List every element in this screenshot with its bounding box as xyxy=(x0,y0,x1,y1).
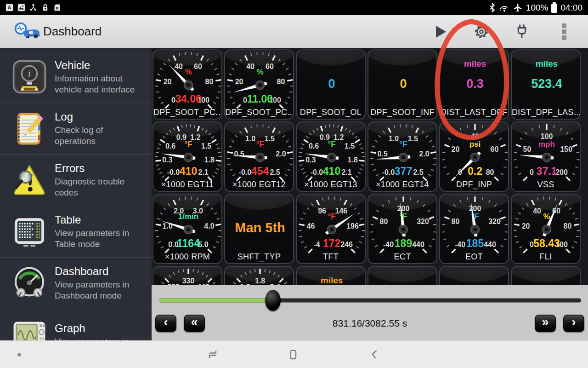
gauge-shft-typ-13[interactable]: Man 5thSHFT_TYP xyxy=(224,194,294,264)
svg-text:Man 5th: Man 5th xyxy=(235,220,285,235)
sidebar-item-vehicle[interactable]: iVehicleInformation about vehicle and in… xyxy=(0,51,152,103)
svg-text:0.3: 0.3 xyxy=(466,77,484,91)
gauge-title: VSS xyxy=(512,180,580,190)
app-bar: Dashboard xyxy=(0,15,588,48)
gauge-dist-last-dpf-4[interactable]: miles0.3DIST_LAST_DPF xyxy=(439,49,509,120)
gauge-dist-dpf-las-5[interactable]: miles523.4DIST_DPF_LAS... xyxy=(511,49,581,120)
svg-text:1.0: 1.0 xyxy=(389,135,399,143)
gauge-fli-17[interactable]: 020406080100%58.43FLI xyxy=(511,194,581,264)
sidebar-item-text: VehicleInformation about vehicle and int… xyxy=(55,59,146,95)
play-button[interactable] xyxy=(432,23,450,41)
slider-thumb[interactable] xyxy=(265,290,281,311)
gauge-1000-egt11-6[interactable]: -0.00.30.60.91.21.51.82.1°F410×1000 EGT1… xyxy=(153,121,222,192)
svg-text:4.0: 4.0 xyxy=(204,222,214,230)
overflow-menu-button[interactable] xyxy=(555,23,573,41)
fast-forward-button[interactable]: » xyxy=(535,315,556,332)
gauge-tft-14[interactable]: -44696146196246°F172TFT xyxy=(296,194,366,264)
svg-text:2.0: 2.0 xyxy=(419,150,429,158)
svg-text:1.0: 1.0 xyxy=(245,135,255,143)
gauge-dpf-soot-inf-3[interactable]: 0DPF_SOOT_INF xyxy=(368,49,437,120)
gauge-dpf-soot-pc-0[interactable]: 020406080100%34.00DPF_SOOT_PC... xyxy=(153,49,222,120)
svg-text:-40: -40 xyxy=(455,241,465,248)
nav-hide-dot[interactable] xyxy=(17,353,21,356)
log-icon xyxy=(12,111,47,146)
gauge-title: DPF_SOOT_INF xyxy=(368,108,436,117)
table-icon xyxy=(12,214,47,249)
sidebar-item-text: TableView parameters in Table mode xyxy=(55,213,146,250)
svg-text:172: 172 xyxy=(323,237,340,249)
rewind-button[interactable]: « xyxy=(184,315,205,332)
svg-text:330: 330 xyxy=(182,277,195,285)
sidebar-item-dashboard[interactable]: DashboardView parameters in Dashboard mo… xyxy=(0,257,152,309)
gauge-face: -0.00.30.60.91.21.51.82.1°F410 xyxy=(297,122,365,181)
step-forward-button[interactable]: › xyxy=(563,315,584,332)
playback-slider[interactable] xyxy=(159,290,581,311)
gauge-eot-16[interactable]: -4080200320440°F185EOT xyxy=(439,194,509,264)
vehicle-icon: i xyxy=(12,59,47,94)
connect-button[interactable] xyxy=(513,23,531,41)
gauge-title: DIST_LAST_DPF xyxy=(440,108,508,117)
svg-text:A: A xyxy=(8,5,11,10)
svg-text:1/min: 1/min xyxy=(178,212,198,221)
home-button[interactable] xyxy=(283,345,303,365)
gauge-1000-egt14-9[interactable]: -0.00.51.01.52.02.5°F377×1000 EGT14 xyxy=(368,121,437,192)
recents-button[interactable] xyxy=(203,345,223,365)
gauge-face: 020406080psi0.2 xyxy=(440,122,508,181)
gauge-face: -0.00.51.01.52.02.5°F377 xyxy=(368,122,436,181)
svg-text:40: 40 xyxy=(175,63,183,70)
svg-text:2.1: 2.1 xyxy=(198,168,208,176)
svg-text:37.1: 37.1 xyxy=(537,165,557,177)
gauge-face: -4080200320440°F185 xyxy=(440,195,508,253)
sidebar-item-title: Table xyxy=(55,213,146,226)
sd-card-icon xyxy=(53,4,61,12)
svg-text:1.5: 1.5 xyxy=(345,142,355,150)
sidebar-item-graph[interactable]: GraphView parameters in xyxy=(0,309,152,340)
svg-text:0.3: 0.3 xyxy=(305,156,316,164)
svg-text:20: 20 xyxy=(164,78,172,86)
step-back-button[interactable]: ‹ xyxy=(155,315,176,332)
svg-text:440: 440 xyxy=(412,241,424,248)
gauge-ect-15[interactable]: -4080200320440°F189ECT xyxy=(368,194,437,264)
svg-text:-40: -40 xyxy=(383,241,394,248)
gauge-dpf-soot-pc-1[interactable]: 020406080100%11.00DPF_SOOT_PC... xyxy=(224,49,294,120)
sidebar-item-table[interactable]: TableView parameters in Table mode xyxy=(0,206,152,257)
gauge-face: 020406080100%11.00 xyxy=(225,50,293,109)
gauge-face: miles523.4 xyxy=(512,50,580,109)
gauge-1000-egt13-8[interactable]: -0.00.30.60.91.21.51.82.1°F410×1000 EGT1… xyxy=(296,121,366,192)
gauge-title: FLI xyxy=(512,252,580,262)
svg-text:80: 80 xyxy=(205,78,214,86)
sidebar-item-text: GraphView parameters in xyxy=(55,322,129,340)
gauge-face: 0 xyxy=(297,50,365,109)
gauge-dpf-inp-10[interactable]: 020406080psi0.2DPF_INP xyxy=(439,121,509,192)
sidebar-item-log[interactable]: LogCheck log of operations xyxy=(0,103,152,154)
gauge-face: -0.00.51.01.52.02.5°F454 xyxy=(225,122,293,181)
gauge-title: DPF_SOOT_PC... xyxy=(225,108,293,117)
gauge-face: Man 5th xyxy=(225,195,293,253)
gauge-face: 0 xyxy=(368,50,436,109)
svg-text:2.5: 2.5 xyxy=(413,168,423,176)
svg-text:60: 60 xyxy=(194,63,202,70)
gauge-1000-rpm-12[interactable]: 0.01.02.03.04.05.01/min1164×1000 RPM xyxy=(153,194,222,264)
svg-text:80: 80 xyxy=(452,218,460,225)
android-nav-bar xyxy=(0,340,588,368)
slider-track[interactable] xyxy=(159,299,581,303)
svg-text:410: 410 xyxy=(180,165,197,177)
back-button[interactable] xyxy=(364,345,384,365)
dashboard-icon xyxy=(12,266,47,301)
sidebar-item-title: Log xyxy=(55,110,146,123)
gauge-face: -44696146196246°F172 xyxy=(297,195,365,253)
gauge-1000-egt12-7[interactable]: -0.00.51.01.52.02.5°F454×1000 EGT12 xyxy=(224,121,294,192)
molecule-icon xyxy=(29,4,37,12)
svg-text:°F: °F xyxy=(256,140,264,149)
sidebar-item-text: DashboardView parameters in Dashboard mo… xyxy=(55,265,146,301)
gauge-vss-11[interactable]: 050100150200mph37.1VSS xyxy=(511,121,581,192)
svg-text:0.2: 0.2 xyxy=(468,165,482,177)
svg-text:20: 20 xyxy=(452,145,460,153)
sidebar-item-errors[interactable]: ErrorsDiagnostic trouble codes xyxy=(0,154,152,206)
gauge-dpf-soot-ol-2[interactable]: 0DPF_SOOT_OL xyxy=(296,49,366,120)
clock: 04:00 xyxy=(560,3,582,13)
appbar-actions xyxy=(423,15,588,48)
settings-button[interactable] xyxy=(472,23,491,41)
battery-percent: 100% xyxy=(526,3,548,13)
svg-text:-0.0: -0.0 xyxy=(382,168,395,176)
